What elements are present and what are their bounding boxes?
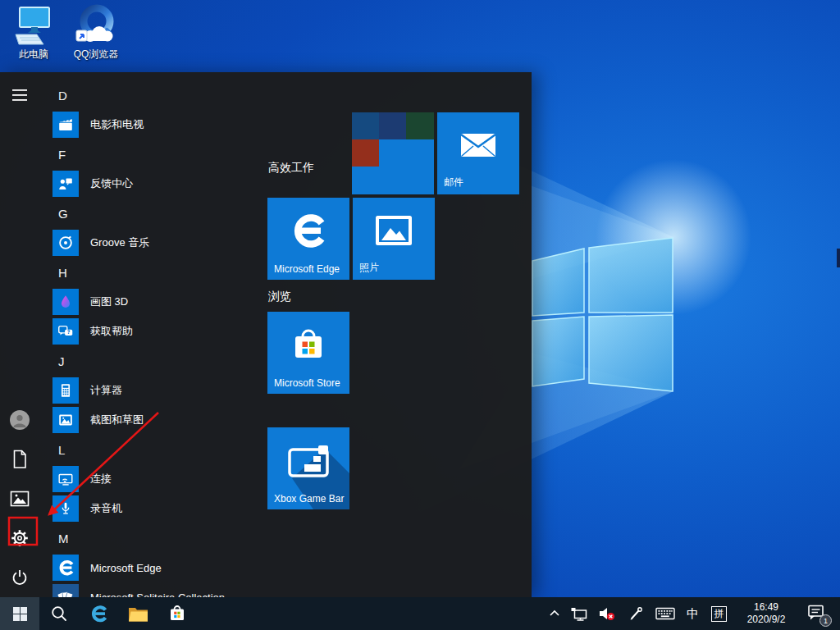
tile-xbox-game-bar[interactable]: Xbox Game Bar — [267, 427, 349, 509]
chevron-up-icon — [548, 607, 561, 620]
power-icon — [10, 568, 30, 587]
tile-mail[interactable]: 邮件 — [437, 112, 519, 194]
action-center-button[interactable]: 1 — [799, 597, 840, 630]
notification-badge: 1 — [819, 614, 832, 627]
taskbar-search-button[interactable] — [39, 597, 79, 630]
mail-icon — [460, 133, 496, 161]
svg-text:?: ? — [67, 329, 71, 336]
volume-muted-icon — [598, 605, 616, 622]
mosaic-cell — [406, 112, 434, 139]
tray-overflow-button[interactable] — [543, 597, 566, 630]
connect-icon — [52, 466, 79, 492]
desktop-icon-label: 此电脑 — [19, 48, 48, 62]
app-item-solitaire[interactable]: Microsoft Solitaire Collection — [52, 582, 267, 597]
app-item-feedback-hub[interactable]: 反馈中心 — [52, 169, 267, 199]
app-group-header-g[interactable]: G — [52, 199, 267, 228]
tile-microsoft-store[interactable]: Microsoft Store — [267, 312, 349, 394]
start-menu: D 电影和电视 F — [0, 72, 532, 597]
app-group-header-h[interactable]: H — [52, 258, 267, 287]
groove-music-icon — [52, 230, 79, 256]
expand-menu-button[interactable] — [0, 75, 39, 115]
volume-button[interactable] — [592, 597, 622, 630]
pictures-icon — [10, 491, 30, 507]
tile-photos[interactable]: 照片 — [353, 198, 435, 280]
this-pc-icon — [12, 5, 55, 46]
app-item-calculator[interactable]: 计算器 — [52, 376, 267, 405]
app-item-voice-recorder[interactable]: 录音机 — [52, 494, 267, 523]
app-group-header-j[interactable]: J — [52, 346, 267, 376]
tile-group-label-productivity[interactable]: 高效工作 — [268, 161, 314, 176]
app-item-microsoft-edge[interactable]: Microsoft Edge — [52, 553, 267, 582]
app-group-header-d[interactable]: D — [52, 80, 267, 110]
app-group-header-m[interactable]: M — [52, 523, 267, 553]
ime-mode-button[interactable]: 中 — [681, 597, 705, 630]
start-menu-app-list: D 电影和电视 F — [52, 72, 267, 597]
app-group-header-l[interactable]: L — [52, 435, 267, 464]
desktop-icon-this-pc[interactable]: 此电脑 — [3, 5, 64, 62]
taskbar-store-button[interactable] — [158, 597, 197, 630]
user-avatar-icon — [10, 410, 30, 430]
tile-mosaic[interactable] — [352, 112, 434, 194]
clock-button[interactable]: 16:49 2020/9/2 — [733, 597, 799, 630]
store-icon — [290, 327, 326, 365]
user-account-button[interactable] — [0, 400, 39, 440]
calculator-icon — [52, 377, 79, 404]
voice-recorder-icon — [52, 495, 79, 522]
document-icon — [11, 450, 28, 469]
store-icon — [168, 605, 186, 623]
get-help-icon: ? — [52, 318, 79, 345]
start-menu-rail — [0, 72, 39, 597]
paint-3d-icon — [52, 289, 79, 315]
feedback-hub-icon — [52, 171, 79, 197]
app-item-groove-music[interactable]: Groove 音乐 — [52, 228, 267, 258]
edge-icon — [287, 209, 330, 255]
settings-gear-icon — [10, 528, 30, 548]
mosaic-cell — [352, 139, 379, 167]
desktop-icon-label: QQ浏览器 — [74, 48, 119, 62]
windows-ink-button[interactable] — [622, 597, 650, 630]
snip-sketch-icon — [52, 407, 79, 433]
app-item-movies-tv[interactable]: 电影和电视 — [52, 110, 267, 139]
desktop-icon-qq-browser[interactable]: QQ浏览器 — [66, 3, 126, 62]
ethernet-network-icon — [570, 605, 588, 622]
photos-icon — [375, 215, 413, 249]
app-group-header-f[interactable]: F — [52, 139, 267, 169]
taskbar-edge-button[interactable] — [79, 597, 118, 630]
taskbar-file-explorer-button[interactable] — [118, 597, 158, 630]
app-item-snip-sketch[interactable]: 截图和草图 — [52, 405, 267, 435]
ime-scheme-button[interactable]: 拼 — [705, 597, 733, 630]
windows-logo-icon — [13, 607, 27, 621]
ime-mode-label: 中 — [687, 606, 699, 622]
pen-icon — [628, 605, 644, 622]
keyboard-icon — [655, 606, 675, 621]
file-explorer-icon — [128, 605, 148, 623]
solitaire-icon — [52, 584, 79, 597]
app-item-get-help[interactable]: ? 获取帮助 — [52, 317, 267, 346]
qq-browser-icon — [72, 3, 120, 46]
desktop-edge-sliver — [837, 249, 840, 267]
tray-time: 16:49 — [737, 601, 796, 614]
app-item-paint-3d[interactable]: 画图 3D — [52, 287, 267, 317]
mosaic-cell — [379, 112, 406, 139]
settings-button[interactable] — [0, 518, 39, 558]
hamburger-icon — [12, 89, 27, 101]
search-icon — [50, 605, 68, 623]
network-status-button[interactable] — [566, 597, 592, 630]
ime-scheme-label: 拼 — [711, 606, 727, 622]
tile-microsoft-edge[interactable]: Microsoft Edge — [267, 198, 349, 280]
edge-icon — [88, 603, 109, 624]
movies-tv-icon — [52, 112, 79, 138]
tile-group-label-browse[interactable]: 浏览 — [268, 290, 291, 304]
pictures-button[interactable] — [0, 479, 39, 518]
app-item-connect[interactable]: 连接 — [52, 464, 267, 494]
start-button[interactable] — [0, 597, 39, 630]
mosaic-cell — [352, 112, 379, 139]
power-button[interactable] — [0, 558, 39, 597]
start-menu-tiles: 高效工作 邮件 — [267, 72, 532, 597]
tray-date: 2020/9/2 — [737, 614, 796, 626]
documents-button[interactable] — [0, 440, 39, 479]
edge-icon — [52, 555, 79, 581]
touch-keyboard-button[interactable] — [650, 597, 681, 630]
system-tray: 中 拼 16:49 2020/9/2 1 — [543, 597, 840, 630]
taskbar: 中 拼 16:49 2020/9/2 1 — [0, 597, 840, 630]
